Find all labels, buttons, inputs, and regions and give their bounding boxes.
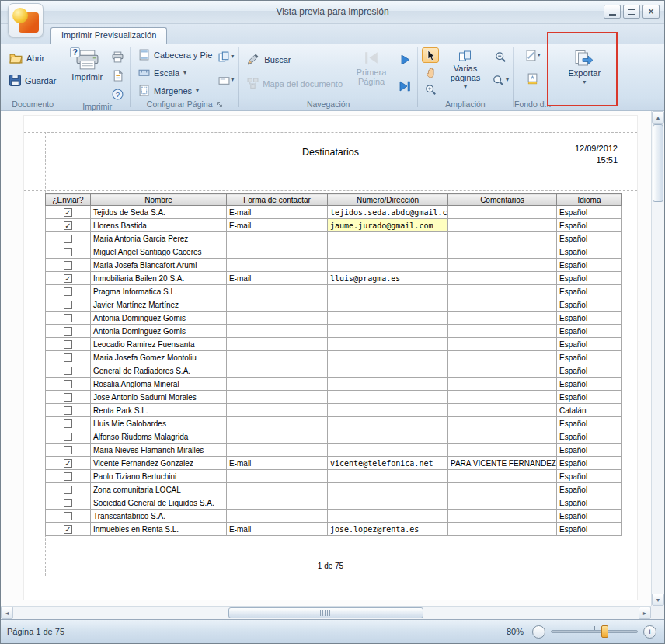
send-cell: ✓ (46, 457, 91, 470)
recipient-name-cell: Alfonso Riudoms Malagrida (91, 430, 227, 444)
marca-agua-button[interactable]: ▾ (524, 47, 541, 63)
primera-pagina-button[interactable]: Primera Página (350, 47, 393, 89)
recipient-name-cell: Tejidos de Seda S.A. (91, 206, 227, 219)
hand-icon (424, 67, 437, 78)
tab-imprimir-previsualizacion[interactable]: Imprimir Previsualización (50, 27, 167, 44)
zoom-slider-tick (594, 626, 595, 630)
contact-method-cell (227, 510, 328, 523)
recipient-name-cell: Paolo Tiziano Bertuchini (91, 470, 227, 483)
comments-cell (448, 364, 557, 378)
imprimir-button[interactable]: ? Imprimir (68, 47, 106, 84)
exportar-button[interactable]: Exportar ▾ (566, 47, 604, 88)
recipient-name-cell: Inmobiliaria Bailen 20 S.A. (91, 272, 227, 285)
contact-method-cell (227, 245, 328, 259)
print-options-button[interactable] (109, 68, 126, 83)
color-pagina-button[interactable] (524, 71, 541, 86)
pagina-siguiente-button[interactable] (396, 52, 413, 68)
contact-method-cell (227, 391, 328, 404)
contact-method-cell (227, 259, 328, 272)
table-row: Maria Antonia Garcia PerezEspañol (46, 232, 622, 245)
hand-tool-button[interactable] (422, 64, 439, 80)
table-row: ✓Vicente Fernandez GonzalezE-mailvicente… (46, 457, 622, 470)
plus-icon: + (647, 628, 652, 636)
minimize-button[interactable] (604, 5, 621, 19)
guardar-button[interactable]: Guardar (5, 73, 60, 88)
quick-print-icon (112, 51, 124, 63)
horizontal-scrollbar[interactable]: ◄ ► (1, 606, 651, 619)
help-icon: ? (112, 89, 124, 100)
checkbox-unchecked-icon (64, 499, 72, 507)
zoom-out-button[interactable]: − (532, 625, 545, 639)
configurar-caption-label: Configurar Página (147, 99, 213, 109)
checkbox-unchecked-icon (64, 353, 72, 362)
buscar-label: Buscar (264, 55, 291, 64)
orientation-button[interactable]: ▾ (218, 72, 235, 88)
dialog-launcher-icon[interactable] (216, 101, 223, 108)
table-row: General de Radiadores S.A.Español (46, 364, 622, 378)
ultima-pagina-button[interactable] (396, 78, 413, 94)
zoom-out-button-ribbon[interactable] (492, 49, 509, 64)
language-cell: Español (557, 444, 622, 457)
help-button[interactable]: ? (109, 86, 126, 102)
table-row: Antonia Dominguez GomisEspañol (46, 312, 622, 325)
abrir-button[interactable]: Abrir (5, 50, 48, 65)
comments-cell (448, 272, 557, 285)
zoom-percent: 80% (507, 627, 524, 636)
recipient-name-cell: Leocadio Ramirez Fuensanta (91, 338, 227, 351)
zoom-in-icon (424, 84, 437, 96)
recipient-name-cell: Pragma Informatica S.L. (91, 285, 227, 298)
app-logo-ball (12, 8, 28, 23)
cabecera-pie-button[interactable]: Cabecera y Pie (134, 47, 216, 62)
checkbox-unchecked-icon (64, 287, 72, 296)
language-cell: Español (557, 312, 622, 325)
mapa-documento-button[interactable]: Mapa del documento (243, 76, 346, 91)
scroll-right-button[interactable]: ► (639, 607, 651, 619)
recipient-name-cell: Javier Martínez Martínez (91, 298, 227, 312)
table-row: Maria Nieves Flamarich MirallesEspañol (46, 444, 622, 457)
group-separator (417, 47, 418, 107)
abrir-label: Abrir (26, 54, 44, 63)
checkbox-unchecked-icon (64, 512, 72, 520)
recipient-name-cell: Zona comunitaria LOCAL (91, 483, 227, 496)
scroll-down-button[interactable]: ▼ (652, 594, 664, 606)
recipients-table: ¿Enviar?NombreForma de contactarNúmero/D… (45, 193, 622, 536)
app-logo-icon[interactable] (8, 3, 44, 37)
ribbon-group-navegacion: Buscar Mapa del documento Primera Página (240, 44, 416, 110)
vertical-scroll-thumb[interactable] (653, 124, 663, 202)
scroll-up-button[interactable]: ▲ (652, 111, 664, 124)
scrollbar-corner (651, 606, 664, 619)
zoom-slider-thumb[interactable] (601, 625, 608, 638)
zoom-in-button[interactable]: + (643, 625, 656, 639)
maximize-button[interactable] (623, 5, 640, 19)
close-icon: × (648, 7, 653, 16)
escala-dropdown-icon: ▾ (183, 70, 186, 76)
copy-pages-button[interactable]: ▾ (218, 49, 235, 64)
close-button[interactable]: × (642, 5, 660, 19)
comments-cell (448, 430, 557, 444)
page-setup-icon (112, 70, 124, 82)
export-icon (574, 50, 594, 67)
zoom-dropdown-icon: ▾ (506, 77, 509, 83)
margenes-button[interactable]: Márgenes ▾ (134, 83, 216, 98)
contact-method-cell: E-mail (227, 219, 328, 232)
zoom-dropdown-button[interactable]: ▾ (492, 72, 509, 88)
send-cell (46, 351, 91, 364)
column-header: Forma de contactar (227, 194, 328, 206)
send-cell: ✓ (46, 219, 91, 232)
vertical-scrollbar[interactable]: ▲ ▼ (651, 111, 664, 606)
pointer-tool-button[interactable] (422, 47, 439, 63)
recipient-name-cell: Maria Antonia Garcia Perez (91, 232, 227, 245)
horizontal-scroll-thumb[interactable] (228, 607, 423, 618)
page-color-icon (527, 73, 538, 85)
quick-print-button[interactable] (109, 49, 126, 64)
checkbox-unchecked-icon (64, 433, 72, 441)
zoom-slider[interactable] (551, 625, 638, 639)
escala-button[interactable]: Escala ▾ (134, 65, 216, 80)
send-cell (46, 417, 91, 430)
table-row: Javier Martínez MartínezEspañol (46, 298, 622, 312)
scroll-left-button[interactable]: ◄ (1, 607, 13, 619)
zoom-in-tool-button[interactable] (422, 82, 439, 97)
buscar-button[interactable]: Buscar (243, 52, 346, 67)
varias-paginas-button[interactable]: Varias páginas ▾ (443, 47, 488, 92)
table-row: Miguel Angel Santiago CaceresEspañol (46, 245, 622, 259)
